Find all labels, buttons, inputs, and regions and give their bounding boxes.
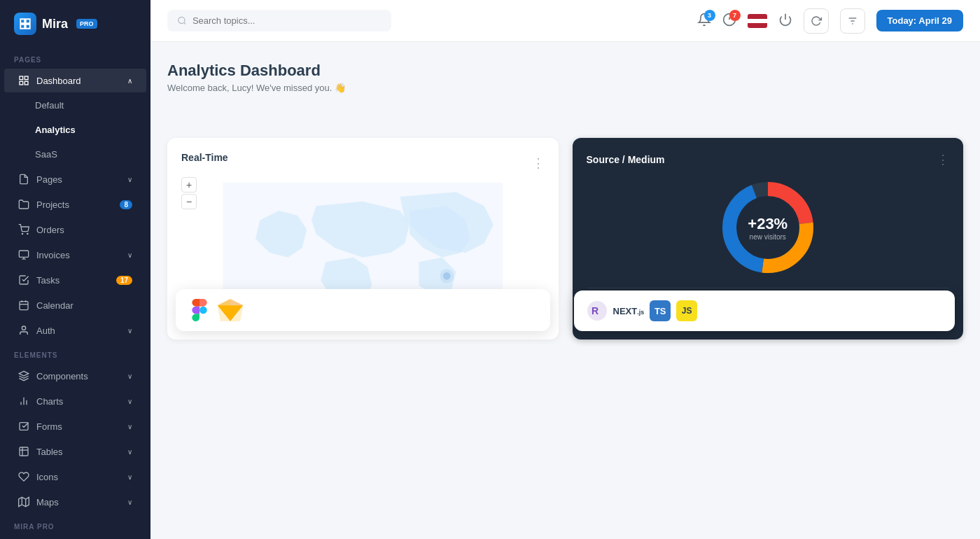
sidebar-item-icons[interactable]: Icons ∨ <box>4 465 146 489</box>
sidebar-item-label: Tables <box>36 447 63 457</box>
sidebar-item-charts[interactable]: Charts ∨ <box>4 389 146 413</box>
svg-rect-2 <box>20 81 23 85</box>
invoice-icon <box>18 249 29 260</box>
sidebar-item-maps[interactable]: Maps ∨ <box>4 490 146 514</box>
sidebar-item-components[interactable]: Components ∨ <box>4 364 146 388</box>
map-controls: + − <box>181 177 197 209</box>
chevron-down-icon: ∨ <box>127 372 132 380</box>
chevron-down-icon: ∨ <box>127 423 132 430</box>
map-icon <box>18 496 29 507</box>
sidebar-item-label: SaaS <box>35 149 57 160</box>
chevron-down-icon: ∨ <box>127 176 132 183</box>
sidebar-item-label: Forms <box>36 421 62 432</box>
redux-icon: R <box>587 300 608 321</box>
page-title-area: Analytics Dashboard Welcome back, Lucy! … <box>167 62 346 93</box>
alerts-badge: 7 <box>729 10 741 21</box>
bottom-row: Real-Time ⋮ + − <box>167 138 963 340</box>
search-icon <box>177 15 187 26</box>
sidebar-item-label: Dashboard <box>36 76 81 86</box>
svg-point-4 <box>22 233 22 234</box>
calendar-icon <box>18 300 29 311</box>
chevron-down-icon: ∨ <box>127 473 132 481</box>
sidebar-item-pages[interactable]: Pages ∨ <box>4 167 146 191</box>
notifications-badge: 3 <box>704 10 715 21</box>
svg-marker-14 <box>19 371 28 376</box>
sidebar-item-calendar[interactable]: Calendar <box>4 293 146 317</box>
svg-rect-19 <box>20 447 28 456</box>
javascript-icon: JS <box>676 300 697 321</box>
sidebar-item-label: Components <box>36 371 88 382</box>
page-header: Analytics Dashboard Welcome back, Lucy! … <box>167 62 963 93</box>
sidebar-item-label: Charts <box>36 396 63 407</box>
svg-rect-3 <box>24 81 28 85</box>
sidebar-item-label: Orders <box>36 225 64 235</box>
sidebar-item-orders[interactable]: Orders <box>4 218 146 241</box>
sidebar-item-dashboard[interactable]: Dashboard ∧ <box>4 69 146 92</box>
sidebar-item-projects[interactable]: Projects 8 <box>4 192 146 216</box>
sidebar-item-label: Default <box>35 100 64 111</box>
chevron-down-icon: ∨ <box>127 251 132 259</box>
sidebar-item-default[interactable]: Default <box>4 94 146 117</box>
map-title-row: Real-Time ⋮ <box>181 152 545 174</box>
refresh-button[interactable] <box>804 8 829 34</box>
search-input[interactable] <box>192 15 382 26</box>
search-box[interactable] <box>167 10 391 31</box>
refresh-icon <box>811 15 822 27</box>
donut-chart: +23% new visitors <box>587 178 950 276</box>
source-more-button[interactable]: ⋮ <box>937 152 949 167</box>
sidebar-item-label: Calendar <box>36 300 74 311</box>
donut-label: new visitors <box>748 233 788 241</box>
sidebar-item-analytics[interactable]: Analytics <box>4 118 146 141</box>
tasks-badge: 17 <box>116 276 132 285</box>
sidebar-item-forms[interactable]: Forms ∨ <box>4 414 146 438</box>
logo-badge: PRO <box>76 19 97 29</box>
language-selector[interactable] <box>748 14 767 28</box>
alerts-button[interactable]: 7 <box>722 13 736 29</box>
page-content: Analytics Dashboard Welcome back, Lucy! … <box>150 42 980 539</box>
map-title: Real-Time <box>181 152 228 163</box>
tech-overlay <box>167 281 559 340</box>
source-medium-card: Source / Medium ⋮ +23% n <box>573 138 964 340</box>
chevron-down-icon: ∨ <box>127 448 132 456</box>
grid-icon <box>18 75 29 86</box>
map-more-button[interactable]: ⋮ <box>532 155 545 171</box>
sidebar-item-label: Invoices <box>36 250 70 260</box>
power-button[interactable] <box>778 13 792 29</box>
tech-card-2: R NEXT.js TS JS <box>574 290 955 331</box>
sidebar-item-invoices[interactable]: Invoices ∨ <box>4 243 146 267</box>
mira-pro-section-label: MIRA PRO <box>0 514 150 535</box>
sidebar-item-tasks[interactable]: Tasks 17 <box>4 268 146 292</box>
chevron-up-icon: ∧ <box>127 77 132 85</box>
user-icon <box>18 325 29 336</box>
sidebar-item-label: Pages <box>36 174 62 185</box>
map-zoom-out[interactable]: − <box>181 194 197 209</box>
svg-rect-0 <box>20 76 23 80</box>
typescript-icon: TS <box>650 300 671 321</box>
source-title: Source / Medium <box>587 154 665 165</box>
sidebar-item-saas[interactable]: SaaS <box>4 143 146 166</box>
source-title-row: Source / Medium ⋮ <box>587 152 950 167</box>
notifications-button[interactable]: 3 <box>697 13 711 29</box>
component-icon <box>18 370 29 382</box>
logo-area[interactable]: Mira PRO <box>0 0 150 48</box>
tech-card-right: R NEXT.js TS JS <box>566 282 964 340</box>
today-button[interactable]: Today: April 29 <box>876 10 963 31</box>
filter-button[interactable] <box>840 8 865 34</box>
chart-icon <box>18 396 29 407</box>
file-icon <box>18 174 29 185</box>
topbar-right: 3 7 Today: April 29 <box>697 8 963 34</box>
map-zoom-in[interactable]: + <box>181 177 197 192</box>
page-welcome: Welcome back, Lucy! We've missed you. 👋 <box>167 83 346 93</box>
sidebar-item-tables[interactable]: Tables ∨ <box>4 440 146 463</box>
svg-point-13 <box>22 326 25 330</box>
svg-text:R: R <box>592 305 598 316</box>
donut-center: +23% new visitors <box>748 215 788 241</box>
realtime-map-card: Real-Time ⋮ + − <box>167 138 559 340</box>
sketch-icon <box>218 299 243 321</box>
sidebar-item-auth[interactable]: Auth ∨ <box>4 318 146 342</box>
svg-point-5 <box>27 233 28 234</box>
power-icon <box>778 13 792 27</box>
sidebar-item-label: Maps <box>36 497 59 507</box>
table-icon <box>18 446 29 457</box>
sidebar-item-label: Tasks <box>36 275 59 286</box>
